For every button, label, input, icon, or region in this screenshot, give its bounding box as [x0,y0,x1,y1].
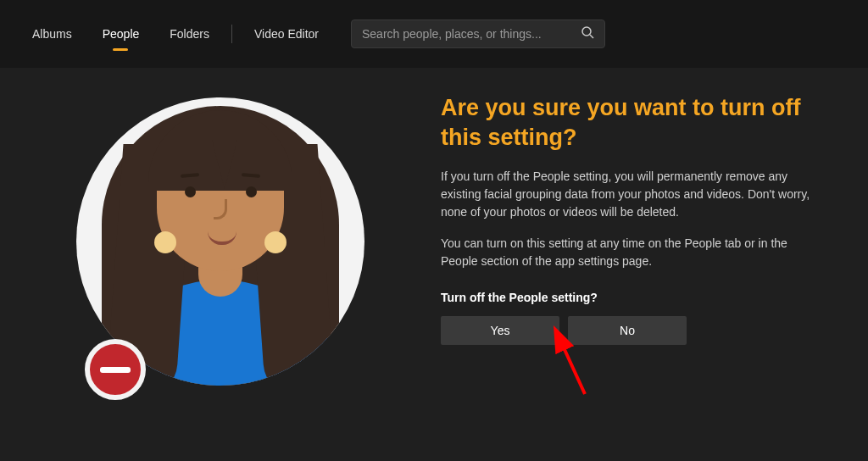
svg-point-0 [582,27,591,36]
search-box[interactable] [351,19,605,48]
dialog-buttons: Yes No [441,316,814,345]
dialog-question: Turn off the People setting? [441,291,814,304]
illustration-panel [0,93,441,386]
nav-tab-people[interactable]: People [87,19,155,49]
dialog-paragraph-2: You can turn on this setting at any time… [441,235,814,270]
yes-button[interactable]: Yes [441,316,559,345]
top-bar: Albums People Folders Video Editor [0,0,868,68]
nav-tabs: Albums People Folders Video Editor [17,19,334,49]
svg-line-1 [590,35,593,38]
search-input[interactable] [362,27,581,41]
nav-tab-albums[interactable]: Albums [17,19,87,49]
dialog-heading: Are you sure you want to turn off this s… [441,93,814,153]
remove-badge-icon [85,339,146,400]
nav-tab-folders[interactable]: Folders [154,19,225,49]
no-button[interactable]: No [568,316,687,345]
nav-tab-video-editor[interactable]: Video Editor [239,19,334,49]
dialog-paragraph-1: If you turn off the People setting, you … [441,168,814,221]
nav-divider [231,25,232,43]
search-icon [581,25,594,42]
dialog-content: Are you sure you want to turn off this s… [441,93,848,386]
